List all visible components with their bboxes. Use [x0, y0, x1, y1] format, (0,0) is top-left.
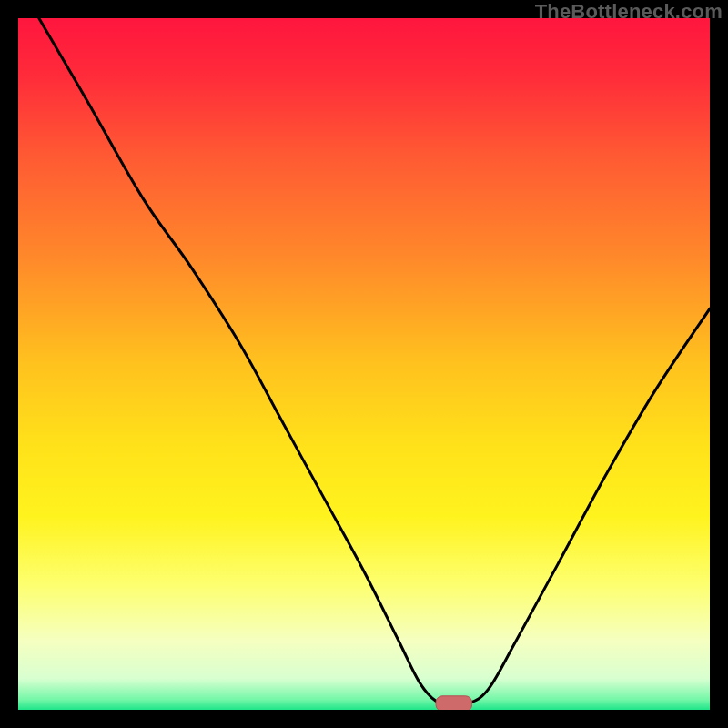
chart-frame: TheBottleneck.com — [0, 0, 728, 728]
plot-area — [18, 18, 710, 710]
bottleneck-chart — [18, 18, 710, 710]
optimal-point-marker — [436, 696, 472, 710]
watermark-text: TheBottleneck.com — [535, 0, 723, 24]
gradient-background — [18, 18, 710, 710]
